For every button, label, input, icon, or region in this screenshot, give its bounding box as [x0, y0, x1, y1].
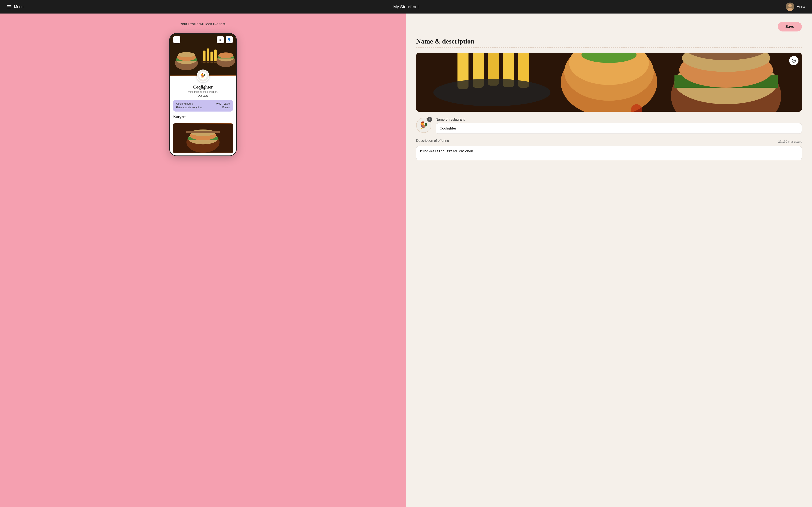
- phone-delivery-label: Estimated delivery time: [176, 106, 202, 109]
- phone-profile-icon[interactable]: 👤: [225, 36, 233, 43]
- phone-restaurant-name: Coqfighter: [173, 85, 233, 90]
- preview-panel: Your Profile will look like this.: [0, 13, 406, 507]
- restaurant-name-input[interactable]: [436, 123, 802, 134]
- svg-point-1: [788, 4, 792, 7]
- menu-label: Menu: [14, 5, 23, 9]
- section-divider: [416, 47, 802, 48]
- svg-rect-10: [207, 49, 209, 63]
- phone-story-link[interactable]: Our story: [173, 94, 233, 97]
- svg-text:🐓: 🐓: [419, 121, 428, 130]
- name-field-container: Name of restaurant: [436, 118, 802, 134]
- phone-nav-bar: ← ≡ 👤: [170, 36, 236, 43]
- phone-section-divider: [173, 121, 233, 121]
- restaurant-logo-container: 🐓: [416, 118, 432, 133]
- description-input[interactable]: Mind-melting fried chicken.: [416, 146, 802, 160]
- phone-hours-label: Opening hours: [176, 102, 193, 105]
- phone-delivery-value: 45mins: [221, 106, 230, 109]
- name-field-label: Name of restaurant: [436, 118, 802, 121]
- phone-menu-icon[interactable]: ≡: [217, 36, 224, 43]
- char-count: 27/150 characters: [778, 140, 802, 143]
- svg-text:🐓: 🐓: [200, 73, 206, 78]
- svg-point-8: [177, 52, 195, 57]
- phone-delivery-row: Estimated delivery time 45mins: [176, 106, 230, 109]
- main-layout: Your Profile will look like this.: [0, 13, 812, 507]
- description-header: Description of offering 27/150 character…: [416, 139, 802, 144]
- phone-avatar-container: 🐓: [170, 69, 236, 82]
- upload-hero-button[interactable]: [789, 56, 799, 65]
- phone-body: Coqfighter Mind melting fried chicken. O…: [170, 82, 236, 156]
- preview-label: Your Profile will look like this.: [180, 22, 226, 26]
- hero-food-visual: [416, 53, 802, 112]
- phone-section-title: Burgers: [173, 114, 233, 119]
- phone-mockup: ← ≡ 👤 🐓: [169, 33, 237, 156]
- app-header: Menu My Storefront Anna: [0, 0, 812, 13]
- restaurant-name-row: 🐓 Name of restaurant: [416, 118, 802, 134]
- page-title: My Storefront: [393, 4, 419, 9]
- user-name-label: Anna: [797, 5, 805, 9]
- hamburger-icon: [7, 5, 11, 8]
- phone-back-btn[interactable]: ←: [173, 36, 181, 43]
- svg-rect-27: [186, 131, 220, 133]
- phone-hours-row: Opening hours 9:00 - 18:00: [176, 102, 230, 106]
- user-info: Anna: [786, 3, 805, 11]
- phone-logo-avatar: 🐓: [197, 69, 209, 82]
- logo-upload-button[interactable]: [427, 117, 432, 122]
- save-button[interactable]: Save: [778, 22, 802, 32]
- phone-food-image: [173, 123, 233, 153]
- phone-info-box: Opening hours 9:00 - 18:00 Estimated del…: [173, 100, 233, 112]
- phone-description: Mind melting fried chicken.: [173, 91, 233, 93]
- phone-nav-right: ≡ 👤: [217, 36, 233, 43]
- hero-image-container: [416, 53, 802, 112]
- edit-panel: Save Name & description: [406, 13, 812, 507]
- section-title: Name & description: [416, 38, 802, 45]
- menu-button[interactable]: Menu: [7, 5, 23, 9]
- svg-point-17: [218, 52, 234, 58]
- save-btn-wrapper: Save: [416, 22, 802, 32]
- description-section: Description of offering 27/150 character…: [416, 139, 802, 161]
- avatar: [786, 3, 794, 11]
- svg-point-35: [433, 79, 550, 106]
- phone-hours-value: 9:00 - 18:00: [216, 102, 230, 105]
- description-label: Description of offering: [416, 139, 449, 143]
